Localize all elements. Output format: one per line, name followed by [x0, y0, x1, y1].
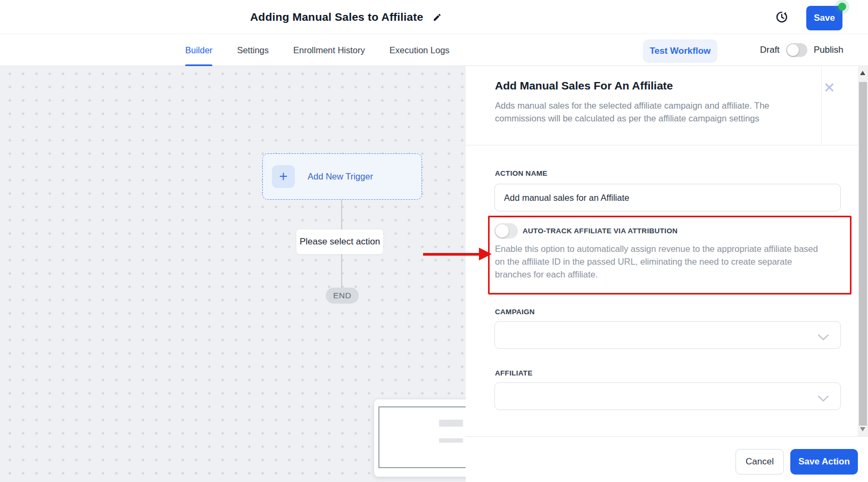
end-node: END [326, 288, 359, 304]
workflow-title: Adding Manual Sales to Affiliate [250, 11, 423, 23]
save-status-dot [838, 3, 846, 11]
tab-list: Builder Settings Enrollment History Exec… [185, 34, 450, 66]
publish-toggle-knob [787, 44, 799, 56]
panel-header-divider [466, 145, 858, 145]
cancel-button[interactable]: Cancel [735, 449, 784, 475]
history-icon[interactable] [775, 11, 788, 23]
affiliate-select[interactable] [494, 382, 841, 410]
action-config-panel: Add Manual Sales For An Affiliate ✕ Adds… [466, 66, 858, 436]
tab-builder[interactable]: Builder [185, 34, 212, 66]
publish-label: Publish [814, 34, 844, 66]
workflow-canvas[interactable]: + Add New Trigger Please select action E… [0, 66, 466, 482]
campaign-label: CAMPAIGN [495, 308, 535, 316]
panel-header-edge [821, 66, 822, 145]
minimap-viewport [378, 406, 466, 468]
minimap-node-a [439, 420, 463, 427]
auto-track-toggle[interactable] [494, 223, 518, 239]
tabbar: Builder Settings Enrollment History Exec… [0, 34, 868, 66]
tab-execution-logs[interactable]: Execution Logs [390, 34, 450, 66]
tab-settings[interactable]: Settings [237, 34, 269, 66]
affiliate-label: AFFILIATE [495, 369, 533, 377]
save-action-button[interactable]: Save Action [790, 449, 858, 475]
save-button[interactable]: Save [806, 6, 842, 30]
scroll-down-icon[interactable] [860, 427, 865, 431]
workflow-title-wrap: Adding Manual Sales to Affiliate [250, 0, 442, 34]
chevron-down-icon [818, 394, 829, 404]
edge-hint-label: Please select action [296, 230, 383, 254]
scrollbar-thumb[interactable] [859, 82, 867, 426]
panel-footer: Cancel Save Action [466, 436, 868, 482]
add-trigger-label: Add New Trigger [308, 171, 373, 182]
publish-toggle[interactable] [786, 43, 807, 57]
close-icon[interactable]: ✕ [823, 81, 836, 95]
panel-title: Add Manual Sales For An Affiliate [495, 79, 673, 92]
minimap-node-b [439, 438, 463, 443]
chevron-down-icon [818, 333, 829, 342]
add-trigger-node[interactable]: + Add New Trigger [262, 153, 422, 200]
scroll-up-icon[interactable] [860, 71, 865, 75]
draft-label: Draft [760, 34, 780, 66]
tab-enrollment-history[interactable]: Enrollment History [293, 34, 365, 66]
topbar: Adding Manual Sales to Affiliate Save [0, 0, 868, 34]
action-name-input[interactable] [494, 184, 841, 211]
auto-track-label: AUTO-TRACK AFFILIATE VIA ATTRIBUTION [523, 227, 677, 235]
panel-description: Adds manual sales for the selected affil… [495, 99, 780, 125]
auto-track-description: Enable this option to automatically assi… [495, 242, 826, 281]
edit-title-icon[interactable] [433, 13, 442, 22]
campaign-select[interactable] [494, 321, 841, 349]
app-root: Adding Manual Sales to Affiliate Save Bu… [0, 0, 868, 482]
minimap[interactable] [374, 399, 466, 477]
test-workflow-button[interactable]: Test Workflow [643, 39, 717, 63]
auto-track-toggle-knob [495, 224, 509, 238]
panel-scrollbar[interactable] [858, 66, 868, 436]
plus-icon: + [272, 165, 295, 188]
action-name-label: ACTION NAME [495, 169, 548, 177]
